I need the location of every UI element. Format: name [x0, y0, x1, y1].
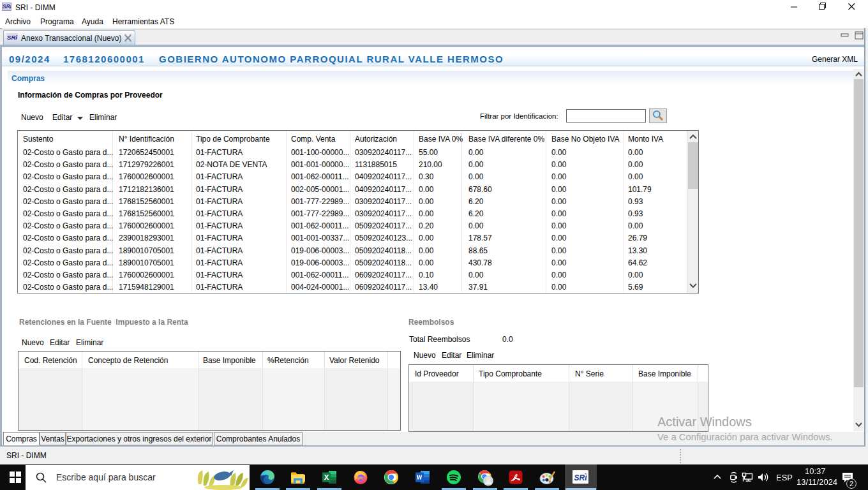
svg-text:SRi: SRi	[574, 473, 587, 482]
